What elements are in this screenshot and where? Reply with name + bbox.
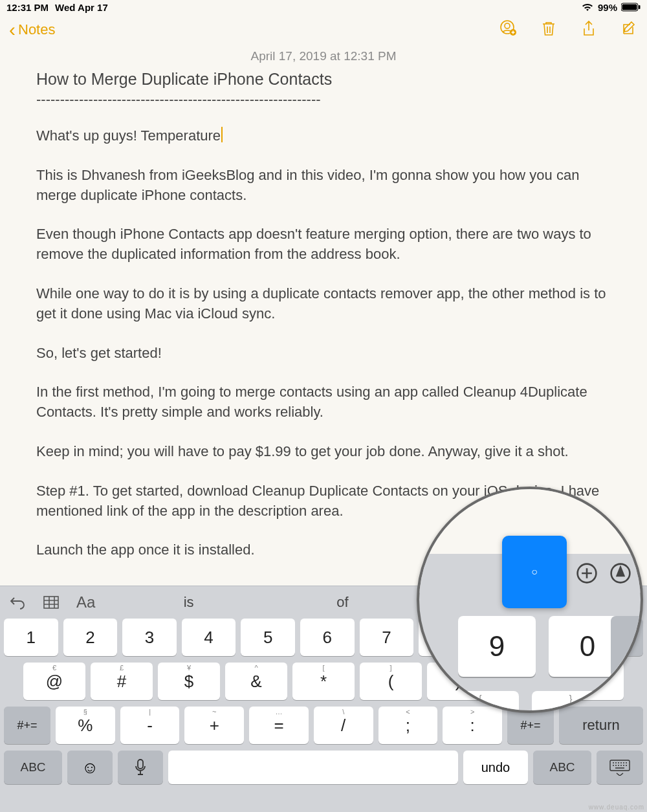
abc-key[interactable]: ABC: [4, 751, 62, 784]
nav-bar: ‹ Notes: [0, 14, 647, 45]
space-key[interactable]: [168, 751, 458, 784]
key-2[interactable]: 2: [63, 619, 118, 656]
key-colon[interactable]: >:: [443, 707, 502, 744]
key-9[interactable]: 9: [458, 616, 536, 677]
note-content[interactable]: April 17, 2019 at 12:31 PM How to Merge …: [0, 45, 647, 560]
note-line: Keep in mind; you will have to pay $1.99…: [36, 442, 611, 462]
status-time: 12:31 PM: [6, 2, 49, 13]
key-5[interactable]: 5: [241, 619, 295, 656]
hide-keyboard-key[interactable]: [597, 751, 643, 784]
note-line: Even though iPhone Contacts app doesn't …: [36, 225, 611, 265]
key-equals[interactable]: …=: [249, 707, 309, 744]
battery-percent: 99%: [598, 2, 617, 13]
key-3[interactable]: 3: [122, 619, 177, 656]
status-bar: 12:31 PM Wed Apr 17 99%: [0, 0, 647, 14]
back-button[interactable]: ‹ Notes: [9, 20, 55, 39]
return-key[interactable]: return: [559, 707, 643, 744]
key-semi[interactable]: <;: [378, 707, 438, 744]
note-line: So, let's get started!: [36, 344, 611, 364]
key-percent[interactable]: §%: [56, 707, 115, 744]
note-line: In the first method, I'm going to merge …: [36, 382, 611, 422]
key-amp[interactable]: ^&: [225, 663, 287, 700]
compose-icon[interactable]: [620, 19, 638, 40]
svg-point-4: [505, 23, 510, 28]
note-line: What's up guys! Temperature: [36, 126, 611, 146]
battery-icon: [621, 3, 641, 12]
chevron-left-icon: ‹: [9, 20, 16, 39]
note-title: How to Merge Duplicate iPhone Contacts: [36, 70, 611, 89]
key-star[interactable]: [*: [292, 663, 355, 700]
svg-rect-6: [44, 597, 58, 608]
svg-rect-2: [639, 5, 641, 9]
key-4[interactable]: 4: [182, 619, 236, 656]
key-row: ABC ☺ undo ABC: [4, 751, 643, 784]
wifi-icon: [581, 3, 594, 12]
key-at[interactable]: €@: [23, 663, 85, 700]
key-1[interactable]: 1: [4, 619, 58, 656]
watermark: www.deuaq.com: [589, 804, 644, 811]
share-icon[interactable]: [580, 19, 598, 40]
key-6[interactable]: 6: [300, 619, 355, 656]
note-line: While one way to do it is by using a dup…: [36, 284, 611, 324]
key-popup: [502, 536, 567, 608]
key-hash[interactable]: £#: [91, 663, 153, 700]
svg-rect-9: [138, 760, 143, 769]
add-person-icon[interactable]: [499, 19, 518, 40]
note-line: This is Dhvanesh from iGeeksBlog and in …: [36, 166, 611, 206]
key-plus[interactable]: ~+: [184, 707, 244, 744]
note-timestamp: April 17, 2019 at 12:31 PM: [36, 49, 611, 63]
trash-icon[interactable]: [540, 19, 558, 40]
key-row: #+= §% |- ~+ …= \/ <; >: #+= return: [4, 707, 643, 744]
key-minus[interactable]: |-: [120, 707, 180, 744]
key-slash[interactable]: \/: [314, 707, 373, 744]
key-lparen[interactable]: ](: [360, 663, 422, 700]
key-dollar[interactable]: ¥$: [158, 663, 220, 700]
status-date: Wed Apr 17: [55, 2, 108, 13]
plus-circle-icon: [576, 562, 598, 584]
svg-rect-1: [622, 5, 637, 10]
abc-key[interactable]: ABC: [533, 751, 591, 784]
table-icon[interactable]: [43, 595, 60, 609]
symbols-key[interactable]: #+=: [4, 707, 50, 744]
note-divider: ----------------------------------------…: [36, 91, 611, 108]
undo-arrow-icon[interactable]: [9, 595, 26, 609]
dictation-key[interactable]: [118, 751, 163, 784]
format-button[interactable]: Aa: [76, 593, 95, 611]
suggestion[interactable]: is: [184, 594, 194, 611]
undo-key[interactable]: undo: [463, 751, 528, 784]
back-label: Notes: [18, 21, 55, 38]
suggestion[interactable]: of: [336, 594, 348, 611]
markup-icon: [609, 562, 631, 584]
emoji-key[interactable]: ☺: [67, 751, 113, 784]
magnifier-callout: 9 0 {( }': [417, 487, 643, 713]
key-7[interactable]: 7: [360, 619, 414, 656]
